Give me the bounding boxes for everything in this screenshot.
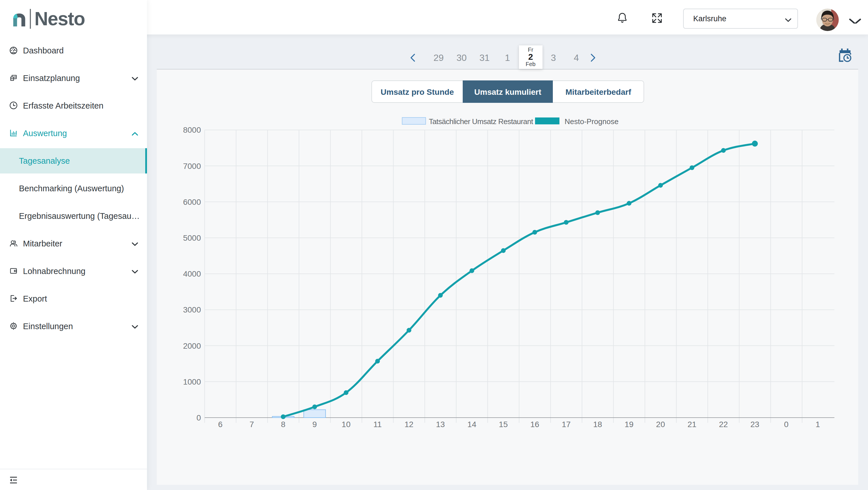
svg-text:8: 8 [281,420,286,429]
svg-text:11: 11 [373,420,382,429]
svg-text:16: 16 [530,420,539,429]
svg-text:23: 23 [750,420,759,429]
svg-text:6000: 6000 [183,198,201,206]
svg-text:4000: 4000 [183,269,201,278]
svg-text:Tatsächlicher Umsatz Restauran: Tatsächlicher Umsatz Restaurant [429,117,533,126]
svg-text:20: 20 [656,420,665,429]
svg-text:7000: 7000 [183,162,201,171]
svg-text:Nesto: Nesto [34,9,85,29]
svg-text:3000: 3000 [183,305,201,314]
svg-text:1000: 1000 [183,377,201,386]
svg-text:2000: 2000 [183,342,201,350]
svg-text:19: 19 [625,420,633,429]
svg-text:22: 22 [719,420,728,429]
svg-text:7: 7 [249,420,254,429]
svg-text:Nesto-Prognose: Nesto-Prognose [565,117,619,126]
svg-text:14: 14 [467,420,476,429]
svg-text:12: 12 [404,420,413,429]
svg-text:15: 15 [499,420,508,429]
svg-text:13: 13 [436,420,445,429]
svg-text:10: 10 [342,420,350,429]
svg-text:8000: 8000 [183,125,201,135]
svg-text:21: 21 [687,420,696,429]
svg-text:1: 1 [815,420,820,429]
svg-text:9: 9 [312,420,317,429]
svg-text:5000: 5000 [183,233,201,242]
svg-text:18: 18 [593,420,602,429]
svg-text:6: 6 [218,420,223,429]
svg-text:0: 0 [784,420,789,429]
svg-text:0: 0 [196,413,201,422]
svg-text:17: 17 [562,420,570,429]
